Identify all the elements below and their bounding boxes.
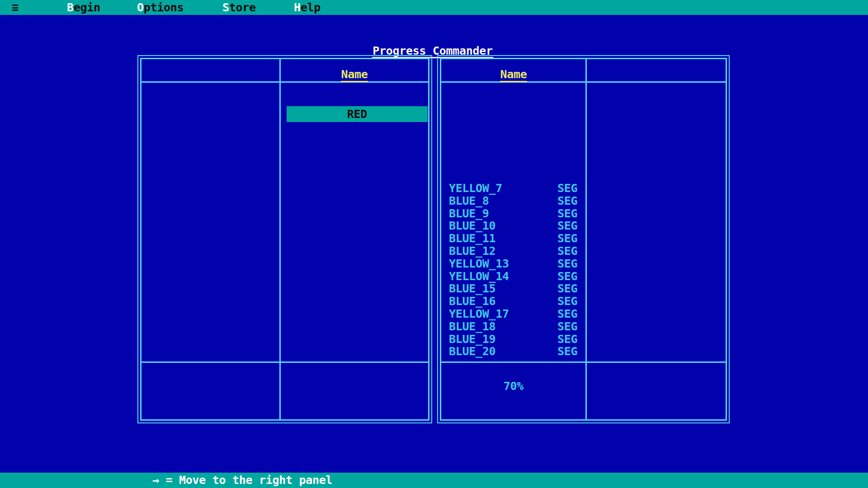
file-row[interactable]: BLUE_10SEG <box>449 220 585 232</box>
left-panel-bottom-separator <box>142 361 428 363</box>
file-name: YELLOW_13 <box>449 257 509 270</box>
file-name: BLUE_11 <box>449 232 495 245</box>
status-bar: → = Move to the right panel <box>0 473 868 488</box>
file-name: BLUE_19 <box>449 333 495 346</box>
hamburger-menu-icon[interactable]: ≡ <box>12 0 19 15</box>
file-name: BLUE_10 <box>449 219 495 232</box>
file-name: BLUE_18 <box>449 320 495 333</box>
file-extension: SEG <box>557 232 577 245</box>
file-name: YELLOW_17 <box>449 307 509 320</box>
right-panel-bottom-separator <box>441 361 726 363</box>
file-extension: SEG <box>557 245 577 258</box>
file-extension: SEG <box>557 282 577 295</box>
menu-item-help[interactable]: Help <box>294 0 321 15</box>
file-row[interactable]: BLUE_20SEG <box>449 345 585 358</box>
file-extension: SEG <box>557 295 577 308</box>
menu-item-begin[interactable]: Begin <box>67 0 100 15</box>
file-row[interactable]: BLUE_15SEG <box>449 282 585 295</box>
file-list: YELLOW_7SEGBLUE_8SEGBLUE_9SEGBLUE_10SEGB… <box>449 182 585 358</box>
file-row[interactable]: BLUE_8SEG <box>449 195 585 207</box>
right-panel-name-header: Name <box>441 69 586 82</box>
file-row[interactable]: BLUE_12SEG <box>449 245 585 258</box>
file-name: BLUE_8 <box>449 194 489 207</box>
progress-percent: 70% <box>441 380 586 393</box>
selected-file-red[interactable]: RED <box>287 106 428 122</box>
file-row[interactable]: BLUE_18SEG <box>449 320 585 333</box>
file-extension: SEG <box>557 195 577 207</box>
file-name: BLUE_20 <box>449 345 495 358</box>
status-hint: → = Move to the right panel <box>152 473 332 488</box>
file-extension: SEG <box>557 207 577 220</box>
file-row[interactable]: BLUE_19SEG <box>449 333 585 346</box>
file-extension: SEG <box>557 308 577 320</box>
file-extension: SEG <box>557 270 577 283</box>
file-row[interactable]: YELLOW_13SEG <box>449 258 585 270</box>
file-name: BLUE_9 <box>449 207 489 220</box>
file-extension: SEG <box>557 182 577 195</box>
file-row[interactable]: YELLOW_7SEG <box>449 182 585 195</box>
right-panel-column-divider <box>585 59 587 421</box>
file-row[interactable]: BLUE_9SEG <box>449 207 585 220</box>
file-extension: SEG <box>557 320 577 333</box>
file-row[interactable]: YELLOW_17SEG <box>449 308 585 320</box>
file-name: BLUE_12 <box>449 244 495 258</box>
right-arrow-icon: → <box>152 474 159 487</box>
file-row[interactable]: YELLOW_14SEG <box>449 270 585 283</box>
menu-bar: ≡ BeginOptionsStoreHelp <box>0 0 868 15</box>
left-panel-column-divider <box>279 59 281 421</box>
menu-item-store[interactable]: Store <box>222 0 256 15</box>
menu-item-options[interactable]: Options <box>137 0 184 15</box>
file-name: BLUE_15 <box>449 282 495 295</box>
file-extension: SEG <box>557 333 577 346</box>
status-hint-text: = Move to the right panel <box>159 474 333 487</box>
file-row[interactable]: BLUE_11SEG <box>449 232 585 245</box>
file-extension: SEG <box>557 220 577 232</box>
file-row[interactable]: BLUE_16SEG <box>449 295 585 308</box>
file-extension: SEG <box>557 345 577 358</box>
file-name: YELLOW_14 <box>449 270 509 283</box>
left-panel-name-header: Name <box>281 69 428 82</box>
file-name: BLUE_16 <box>449 295 495 308</box>
file-name: YELLOW_7 <box>449 182 502 195</box>
file-extension: SEG <box>557 258 577 270</box>
